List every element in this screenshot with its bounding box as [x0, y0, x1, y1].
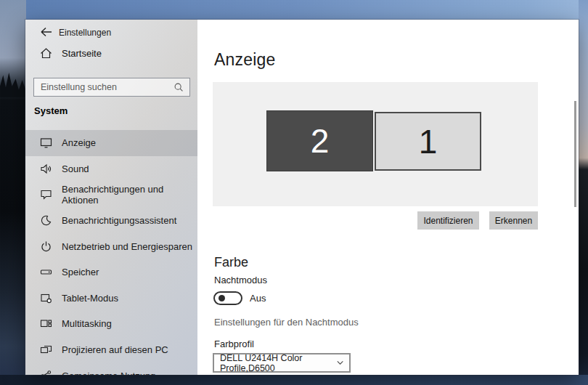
- assistant-moon-icon: [40, 214, 52, 227]
- night-mode-settings-link[interactable]: Einstellungen für den Nachtmodus: [214, 317, 359, 328]
- sidebar-item-label: Projizieren auf diesen PC: [62, 344, 168, 355]
- color-profile-label: Farbprofil: [214, 339, 254, 349]
- sidebar-item-benachrichtigungen[interactable]: Benachrichtigungen und Aktionen: [25, 182, 197, 208]
- monitor-1-number: 1: [419, 122, 438, 161]
- color-section-title: Farbe: [214, 255, 248, 270]
- night-mode-state: Aus: [250, 293, 266, 304]
- search-input[interactable]: [34, 82, 173, 92]
- sidebar-nav: Anzeige Sound Benachrichtigungen und Akt…: [25, 130, 197, 375]
- detect-button[interactable]: Erkennen: [489, 211, 538, 230]
- sidebar-item-label: Tablet-Modus: [62, 293, 118, 304]
- monitor-2[interactable]: 2: [266, 110, 373, 171]
- sidebar-item-label: Sound: [62, 163, 89, 174]
- share-icon: [40, 370, 52, 375]
- sidebar-item-benachrichtigungsassistent[interactable]: Benachrichtigungsassistent: [25, 208, 197, 234]
- project-icon: [40, 344, 52, 356]
- display-icon: [40, 137, 52, 149]
- night-mode-label: Nachtmodus: [214, 275, 267, 285]
- notifications-icon: [40, 188, 52, 200]
- sidebar-item-tablet-modus[interactable]: Tablet-Modus: [25, 285, 197, 312]
- sidebar-item-startseite[interactable]: Startseite: [40, 47, 102, 60]
- power-icon: [40, 240, 52, 253]
- sidebar-item-label: Benachrichtigungen und Aktionen: [62, 184, 197, 206]
- search-box[interactable]: [33, 78, 190, 97]
- sidebar-item-netzbetrieb[interactable]: Netzbetrieb und Energiesparen: [25, 233, 197, 259]
- sidebar: Einstellungen Startseite System Anzeige: [25, 20, 197, 375]
- desktop-background-bottom: [0, 375, 588, 385]
- tablet-icon: [40, 292, 52, 304]
- window-title: Einstellungen: [59, 28, 111, 38]
- sidebar-item-speicher[interactable]: Speicher: [25, 259, 197, 285]
- desktop-background-left: [0, 0, 26, 385]
- storage-icon: [40, 266, 52, 278]
- sidebar-item-label: Benachrichtigungsassistent: [62, 215, 176, 226]
- display-arrangement-panel: 2 1: [213, 82, 538, 206]
- sidebar-item-label: Multitasking: [62, 318, 112, 329]
- monitor-1[interactable]: 1: [375, 112, 481, 171]
- sidebar-item-label: Netzbetrieb und Energiesparen: [62, 241, 192, 252]
- sidebar-section-system: System: [34, 105, 68, 116]
- monitor-2-number: 2: [311, 121, 330, 161]
- sidebar-item-anzeige[interactable]: Anzeige: [25, 130, 197, 156]
- main-content: Anzeige 2 1 Identifizieren Erkennen Farb…: [197, 20, 579, 375]
- sound-icon: [40, 163, 52, 175]
- sidebar-item-sound[interactable]: Sound: [25, 156, 197, 182]
- night-mode-toggle[interactable]: [213, 291, 242, 305]
- tree-silhouette: [0, 73, 26, 97]
- search-icon[interactable]: [173, 82, 184, 92]
- identify-button[interactable]: Identifizieren: [417, 211, 479, 230]
- sidebar-item-label: Speicher: [62, 267, 99, 277]
- settings-window: Einstellungen Startseite System Anzeige: [25, 20, 579, 375]
- desktop-background-right: [579, 0, 588, 385]
- color-profile-value: DELL U2414H Color Profile,D6500: [220, 353, 337, 373]
- scrollbar[interactable]: [574, 101, 576, 207]
- back-arrow-icon: [40, 26, 53, 38]
- sidebar-item-gemeinsame-nutzung[interactable]: Gemeinsame Nutzung: [25, 362, 197, 375]
- color-profile-dropdown[interactable]: DELL U2414H Color Profile,D6500: [213, 353, 351, 373]
- toggle-knob-icon: [219, 295, 225, 301]
- page-title: Anzeige: [214, 50, 276, 70]
- chevron-down-icon: [337, 360, 343, 365]
- sidebar-item-label: Startseite: [62, 48, 102, 59]
- home-icon: [40, 47, 52, 60]
- sidebar-item-projizieren[interactable]: Projizieren auf diesen PC: [25, 337, 197, 363]
- sidebar-item-label: Anzeige: [62, 137, 96, 148]
- back-button[interactable]: [40, 26, 53, 38]
- sidebar-item-multitasking[interactable]: Multitasking: [25, 311, 197, 337]
- sidebar-item-label: Gemeinsame Nutzung: [62, 370, 155, 375]
- multitasking-icon: [40, 317, 52, 330]
